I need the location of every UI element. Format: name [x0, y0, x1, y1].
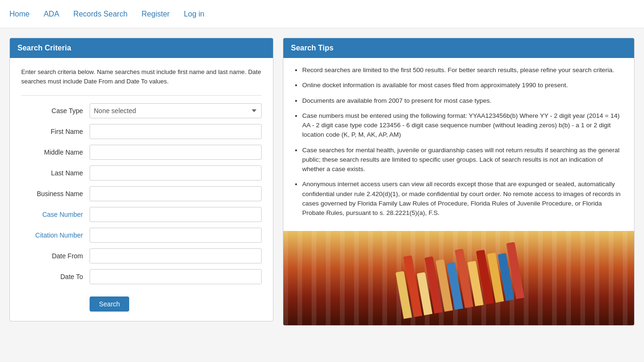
search-criteria-panel: Search Criteria Enter search criteria be…: [9, 38, 273, 321]
date-from-label: Date From: [21, 252, 90, 260]
search-criteria-title: Search Criteria: [17, 44, 71, 52]
date-to-input[interactable]: [90, 269, 262, 284]
citation-number-label: Citation Number: [21, 231, 90, 239]
last-name-input[interactable]: [90, 165, 262, 181]
criteria-description: Enter search criteria below. Name search…: [21, 67, 262, 86]
last-name-label: Last Name: [21, 169, 90, 177]
business-name-input[interactable]: [90, 186, 262, 201]
case-number-label: Case Number: [21, 211, 90, 218]
search-button-row: Search: [21, 292, 262, 312]
list-item: Anonymous internet access users can view…: [302, 180, 625, 218]
list-item: Online docket information is available f…: [302, 81, 625, 90]
search-criteria-header: Search Criteria: [10, 38, 273, 58]
case-type-row: Case Type None selected Civil Criminal F…: [21, 103, 262, 118]
case-type-label: Case Type: [21, 107, 90, 115]
middle-name-label: Middle Name: [21, 148, 90, 156]
file-image-inner: [283, 231, 634, 325]
nav-records-search[interactable]: Records Search: [74, 10, 128, 18]
search-tips-title: Search Tips: [291, 44, 333, 52]
case-number-row: Case Number: [21, 207, 262, 222]
last-name-row: Last Name: [21, 165, 262, 181]
date-from-row: Date From: [21, 248, 262, 263]
nav-ada[interactable]: ADA: [44, 10, 59, 18]
search-button[interactable]: Search: [90, 296, 129, 312]
nav-home[interactable]: Home: [9, 10, 30, 18]
citation-number-input[interactable]: [90, 228, 262, 243]
search-tips-body: Record searches are limited to the first…: [283, 58, 634, 231]
business-name-row: Business Name: [21, 186, 262, 201]
search-tips-list: Record searches are limited to the first…: [293, 66, 625, 218]
form-divider: [21, 95, 262, 96]
nav-register[interactable]: Register: [141, 10, 170, 18]
navbar: Home ADA Records Search Register Log in: [0, 0, 644, 28]
file-image-section: [283, 231, 634, 325]
case-number-input[interactable]: [90, 207, 262, 222]
date-from-input[interactable]: [90, 248, 262, 263]
file-tabs-visual: [393, 238, 525, 319]
list-item: Documents are available from 2007 to pre…: [302, 96, 625, 106]
search-tips-panel: Search Tips Record searches are limited …: [283, 38, 635, 326]
citation-number-row: Citation Number: [21, 228, 262, 243]
date-to-label: Date To: [21, 273, 90, 280]
date-to-row: Date To: [21, 269, 262, 284]
search-tips-header: Search Tips: [283, 38, 634, 58]
nav-login[interactable]: Log in: [184, 10, 205, 18]
list-item: Case searches for mental health, juvenil…: [302, 146, 625, 174]
middle-name-row: Middle Name: [21, 145, 262, 160]
case-type-select[interactable]: None selected Civil Criminal Family Prob…: [90, 103, 262, 118]
first-name-label: First Name: [21, 128, 90, 135]
list-item: Case numbers must be entered using the f…: [302, 111, 625, 140]
main-content: Search Criteria Enter search criteria be…: [0, 28, 644, 335]
first-name-input[interactable]: [90, 124, 262, 139]
middle-name-input[interactable]: [90, 145, 262, 160]
search-criteria-body: Enter search criteria below. Name search…: [10, 58, 273, 321]
list-item: Record searches are limited to the first…: [302, 66, 625, 75]
business-name-label: Business Name: [21, 190, 90, 197]
first-name-row: First Name: [21, 124, 262, 139]
